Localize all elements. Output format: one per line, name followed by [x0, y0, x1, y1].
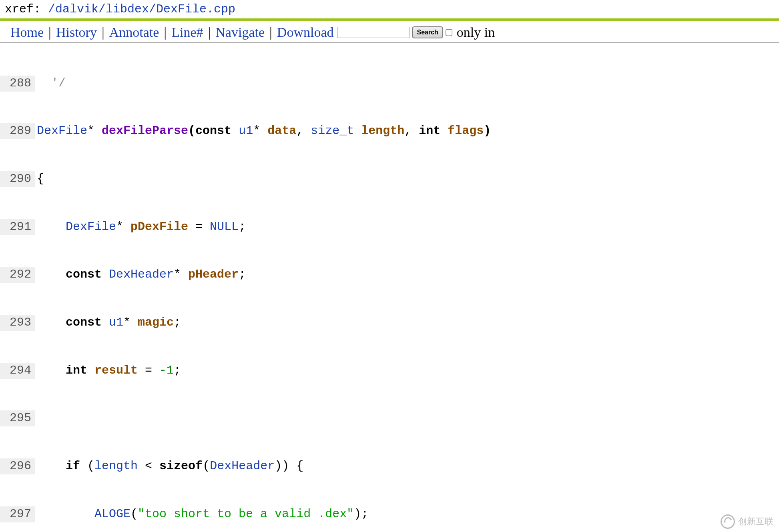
code-line: 291 DexFile* pDexFile = NULL; [0, 219, 779, 235]
line-number[interactable]: 295 [0, 410, 35, 426]
only-in-checkbox[interactable] [446, 29, 452, 36]
watermark-text: 创新互联 [738, 516, 773, 528]
code-src [35, 410, 37, 426]
nav-navigate[interactable]: Navigate [215, 25, 265, 40]
code-line: 292 const DexHeader* pHeader; [0, 267, 779, 283]
code-line: 288 '/ [0, 76, 779, 92]
code-src: ALOGE("too short to be a valid .dex"); [35, 506, 368, 522]
code-line: 297 ALOGE("too short to be a valid .dex"… [0, 506, 779, 522]
line-number[interactable]: 290 [0, 171, 35, 187]
only-in-label: only in [457, 25, 495, 40]
code-src: '/ [35, 76, 66, 92]
nav-divider: | [269, 25, 272, 40]
nav-divider: | [164, 25, 167, 40]
xref-label: xref: [5, 2, 48, 16]
code-block: 288 '/ 289DexFile* dexFileParse(const u1… [0, 43, 779, 532]
xref-path[interactable]: /dalvik/libdex/DexFile.cpp [48, 2, 235, 16]
code-src: const DexHeader* pHeader; [35, 267, 246, 283]
code-src: { [35, 171, 44, 187]
code-src: if (length < sizeof(DexHeader)) { [35, 458, 303, 474]
nav-divider: | [102, 25, 104, 40]
nav-history[interactable]: History [56, 25, 97, 40]
line-number[interactable]: 291 [0, 219, 35, 235]
watermark-icon [721, 514, 735, 529]
code-line: 296 if (length < sizeof(DexHeader)) { [0, 458, 779, 474]
code-src: int result = -1; [35, 363, 181, 379]
nav-home[interactable]: Home [10, 25, 44, 40]
xref-header: xref: /dalvik/libdex/DexFile.cpp [0, 0, 779, 17]
line-number[interactable]: 297 [0, 506, 35, 522]
nav-divider: | [48, 25, 51, 40]
code-line: 290{ [0, 171, 779, 187]
nav-line[interactable]: Line# [171, 25, 203, 40]
line-number[interactable]: 292 [0, 267, 35, 283]
search-button[interactable]: Search [412, 26, 443, 38]
nav-bar: Home | History | Annotate | Line# | Navi… [0, 21, 779, 43]
nav-annotate[interactable]: Annotate [109, 25, 159, 40]
code-line: 294 int result = -1; [0, 363, 779, 379]
line-number[interactable]: 288 [0, 76, 35, 92]
watermark: 创新互联 [721, 514, 773, 529]
search-input[interactable] [337, 27, 410, 38]
code-line: 293 const u1* magic; [0, 315, 779, 331]
nav-divider: | [208, 25, 211, 40]
nav-download[interactable]: Download [277, 25, 334, 40]
code-line: 289DexFile* dexFileParse(const u1* data,… [0, 123, 779, 139]
line-number[interactable]: 293 [0, 315, 35, 331]
line-number[interactable]: 294 [0, 363, 35, 379]
code-src: DexFile* pDexFile = NULL; [35, 219, 246, 235]
code-line: 295 [0, 410, 779, 426]
code-src: DexFile* dexFileParse(const u1* data, si… [35, 123, 491, 139]
line-number[interactable]: 296 [0, 458, 35, 474]
code-src: const u1* magic; [35, 315, 181, 331]
line-number[interactable]: 289 [0, 123, 35, 139]
